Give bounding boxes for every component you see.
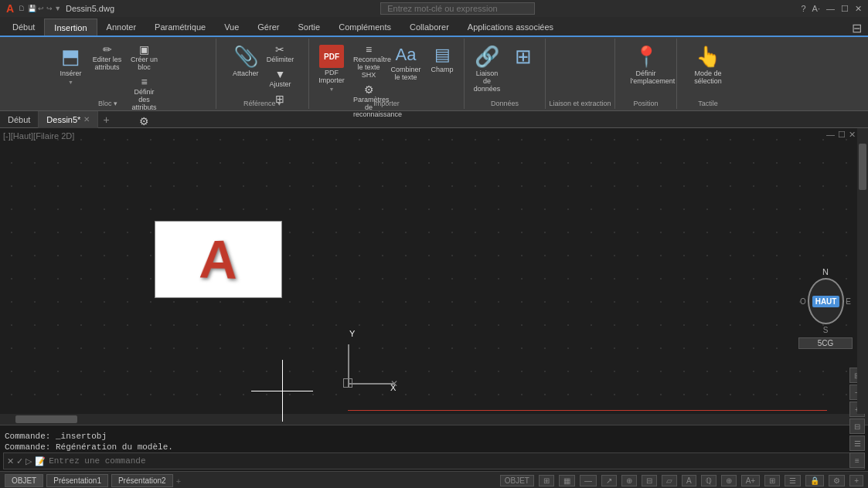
statusbar-tab-presentation1[interactable]: Présentation1 bbox=[46, 474, 108, 487]
tab-insertion[interactable]: Insertion bbox=[44, 19, 97, 36]
status-ui-btn[interactable]: ☰ bbox=[785, 475, 801, 486]
status-annotation-btn[interactable]: A+ bbox=[741, 475, 761, 486]
ribbon-controls: ⊟ bbox=[852, 21, 868, 36]
inserer-dropdown: ▼ bbox=[68, 80, 73, 85]
shx-icon: ≡ bbox=[366, 43, 372, 56]
donnees-group-title: Données bbox=[465, 100, 545, 107]
statusbar-tabs: OBJET Présentation1 Présentation2 + bbox=[5, 474, 181, 487]
liaison-ext-items bbox=[579, 40, 582, 107]
titlebar-left: A 🗋 💾 ↩ ↪ ▼ Dessin5.dwg bbox=[6, 2, 114, 15]
ribbon-toggle[interactable]: ⊟ bbox=[852, 21, 862, 36]
import-group-title: Importer bbox=[309, 100, 464, 107]
canvas-restore-icon[interactable]: ☐ bbox=[838, 130, 846, 140]
ucs-y-label: Y bbox=[349, 329, 355, 338]
delimiter-icon: ✂ bbox=[275, 43, 284, 56]
status-settings-btn[interactable]: ⚙ bbox=[829, 475, 845, 486]
btn-creer-bloc[interactable]: ▣ Créer un bloc bbox=[127, 42, 162, 73]
tab-apps[interactable]: Applications associées bbox=[458, 19, 563, 36]
btn-attacher[interactable]: 📎 Attacher bbox=[229, 42, 263, 81]
compass-circle[interactable]: HAUT bbox=[808, 278, 845, 324]
statusbar-tab-objet[interactable]: OBJET bbox=[5, 474, 43, 487]
status-lw-btn[interactable]: ▱ bbox=[662, 475, 677, 486]
tab-parametrique[interactable]: Paramétrique bbox=[145, 19, 215, 36]
ribbon-tabs: Début Insertion Annoter Paramétrique Vue… bbox=[0, 17, 868, 37]
ribbon-group-donnees: 🔗 Liaison de données ⊞ Données bbox=[465, 39, 546, 109]
combiner-icon: Aa bbox=[396, 45, 417, 65]
status-plus-btn[interactable]: + bbox=[849, 475, 863, 486]
btn-reconnaitre-shx[interactable]: ≡ Reconnaître le texte SHX bbox=[351, 42, 386, 81]
canvas-minimize-icon[interactable]: — bbox=[826, 130, 835, 140]
ribbon-group-liaison-ext: Liaison et extraction bbox=[546, 39, 615, 109]
command-input-row: ✕ ✓ ▷ 📝 bbox=[3, 452, 865, 469]
status-snap-btn[interactable]: ▦ bbox=[559, 475, 575, 486]
command-line-1: Commande: _insertobj bbox=[3, 431, 865, 442]
status-qp-btn[interactable]: ℚ bbox=[701, 475, 717, 486]
tab-vue[interactable]: Vue bbox=[215, 19, 248, 36]
scrollbar-thumb-v[interactable] bbox=[859, 144, 866, 190]
btn-champ[interactable]: ▤ Champ bbox=[425, 42, 459, 77]
donnees-items: 🔗 Liaison de données ⊞ bbox=[468, 40, 542, 107]
tab-gerer[interactable]: Gérer bbox=[248, 19, 288, 36]
command-line-2: Commande: Régénération du modèle. bbox=[3, 442, 865, 452]
btn-pdf-import[interactable]: PDF PDF Importer ▼ bbox=[314, 42, 349, 95]
emplacement-icon: 📍 bbox=[634, 45, 659, 69]
bloc-col1: ✏ Editer les attributs bbox=[90, 42, 125, 73]
canvas-label: [-][Haut][Filaire 2D] bbox=[3, 131, 74, 141]
help-btn[interactable]: ? bbox=[801, 4, 805, 13]
letter-a-logo: A bbox=[198, 229, 238, 293]
canvas-close-icon[interactable]: ✕ bbox=[849, 130, 856, 140]
status-osnap-btn[interactable]: ⊕ bbox=[621, 475, 637, 486]
ribbon-group-import: PDF PDF Importer ▼ ≡ Reconnaître le text… bbox=[309, 39, 465, 109]
btn-extraction[interactable]: ⊞ bbox=[506, 42, 540, 73]
reference-group-title: Référence ▾ bbox=[216, 100, 308, 107]
liaison-label: Liaison de données bbox=[471, 70, 502, 93]
pdf-icon: PDF bbox=[319, 45, 344, 68]
status-sc-btn[interactable]: ⊕ bbox=[721, 475, 737, 486]
tab-sortie[interactable]: Sortie bbox=[288, 19, 329, 36]
status-ws-btn[interactable]: ⊞ bbox=[764, 475, 780, 486]
status-polar-btn[interactable]: ↗ bbox=[601, 475, 617, 486]
titlebar-title: Dessin5.dwg bbox=[66, 4, 114, 13]
status-objet-btn[interactable]: OBJET bbox=[500, 475, 534, 486]
maximize-btn[interactable]: ☐ bbox=[841, 4, 849, 14]
btn-definir-emplacement[interactable]: 📍 Définir l'emplacement bbox=[628, 42, 664, 89]
import-col: ≡ Reconnaître le texte SHX ⚙ Paramètres … bbox=[351, 42, 386, 120]
tab-collaborer[interactable]: Collaborer bbox=[400, 19, 458, 36]
tab-annoter[interactable]: Annoter bbox=[97, 19, 146, 36]
user-btn[interactable]: A· bbox=[812, 4, 820, 13]
statusbar-tab-presentation2[interactable]: Présentation2 bbox=[111, 474, 173, 487]
import-items: PDF PDF Importer ▼ ≡ Reconnaître le text… bbox=[312, 40, 461, 131]
search-input[interactable] bbox=[380, 2, 535, 15]
btn-inserer[interactable]: ⬒ Insérer ▼ bbox=[54, 42, 88, 88]
editer-attr-icon: ✏ bbox=[103, 43, 112, 56]
scrollbar-vertical[interactable] bbox=[857, 128, 868, 414]
tab-debut-file[interactable]: Début bbox=[0, 111, 39, 128]
btn-liaison-donnees[interactable]: 🔗 Liaison de données bbox=[469, 42, 505, 97]
tab-complements[interactable]: Compléments bbox=[329, 19, 400, 36]
minimize-btn[interactable]: — bbox=[826, 4, 835, 13]
btn-delimiter[interactable]: ✂ Délimiter bbox=[264, 42, 297, 66]
ribbon-group-reference: 📎 Attacher ✂ Délimiter ▼ Ajuster ⊞ Référ… bbox=[216, 39, 309, 109]
toolbar-btn-5[interactable]: ☰ bbox=[849, 435, 865, 451]
tab-debut[interactable]: Début bbox=[3, 19, 44, 36]
status-dyn-btn[interactable]: ⊟ bbox=[642, 475, 657, 486]
btn-editer-attributs[interactable]: ✏ Editer les attributs bbox=[90, 42, 125, 73]
btn-mode-selection[interactable]: 👆 Mode de sélection bbox=[690, 42, 726, 89]
compass: N O HAUT E S 5CG bbox=[798, 267, 853, 352]
ucs-box bbox=[343, 378, 352, 388]
statusbar-tab-add[interactable]: + bbox=[176, 476, 181, 486]
btn-combiner-texte[interactable]: Aa Combiner le texte bbox=[388, 42, 424, 85]
status-grid-btn[interactable]: ⊞ bbox=[539, 475, 554, 486]
status-lock-btn[interactable]: 🔒 bbox=[805, 475, 824, 486]
command-input[interactable] bbox=[49, 456, 861, 466]
ribbon-group-position: 📍 Définir l'emplacement Position bbox=[615, 39, 677, 109]
close-btn[interactable]: ✕ bbox=[855, 4, 862, 14]
scrollbar-thumb-h[interactable] bbox=[15, 415, 77, 423]
btn-ajuster[interactable]: ▼ Ajuster bbox=[264, 66, 297, 90]
status-ortho-btn[interactable]: — bbox=[580, 475, 597, 486]
creer-bloc-label: Créer un bloc bbox=[129, 56, 160, 72]
status-tp-btn[interactable]: A bbox=[682, 475, 696, 486]
toolbar-btn-6[interactable]: ≡ bbox=[849, 452, 865, 468]
toolbar-btn-4[interactable]: ⊟ bbox=[849, 419, 865, 434]
scrollbar-horizontal[interactable] bbox=[0, 414, 868, 425]
